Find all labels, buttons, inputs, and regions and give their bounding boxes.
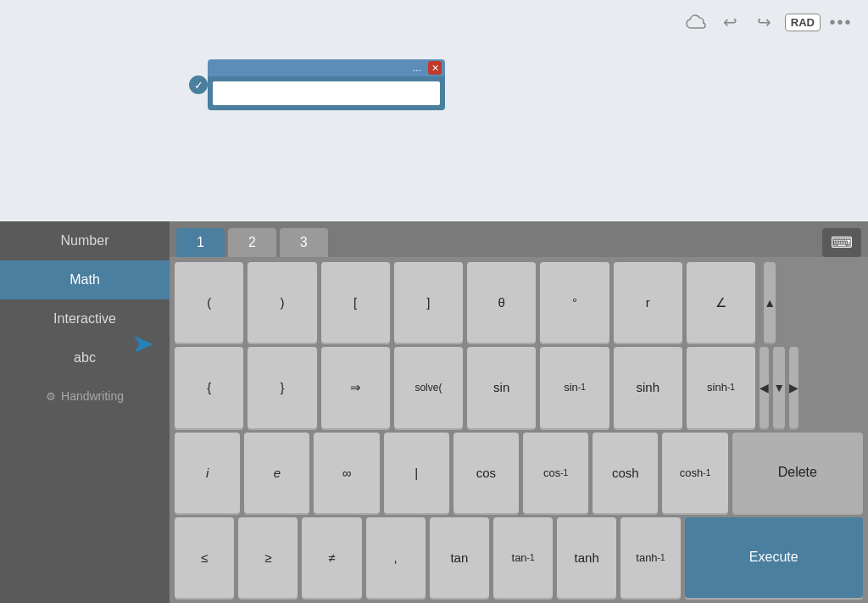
key-abs[interactable]: | — [384, 433, 449, 513]
key-sin-inv[interactable]: sin-1 — [540, 347, 609, 427]
key-cos[interactable]: cos — [453, 433, 519, 513]
key-sin[interactable]: sin — [467, 347, 536, 427]
key-close-bracket[interactable]: ] — [394, 262, 463, 343]
tab-2[interactable]: 2 — [228, 228, 276, 257]
widget-body — [208, 76, 445, 110]
key-leq[interactable]: ≤ — [175, 517, 234, 598]
keyboard-hide-btn[interactable]: ⌨ — [822, 228, 861, 257]
key-cosh-inv[interactable]: cosh-1 — [662, 433, 727, 513]
tab-1[interactable]: 1 — [176, 228, 225, 257]
key-row-4: ≤ ≥ ≠ , tan tan-1 tanh tanh-1 Execute — [175, 517, 863, 598]
key-imaginary[interactable]: i — [175, 433, 240, 513]
arrow-indicator: ➤ — [131, 330, 154, 357]
nav-up-btn[interactable]: ▲ — [764, 262, 776, 343]
key-row-3: i e ∞ | cos cos-1 cosh cosh-1 Delete — [175, 433, 863, 513]
key-sinh-inv[interactable]: sinh-1 — [687, 347, 755, 427]
cloud-icon[interactable] — [683, 8, 710, 36]
key-open-bracket[interactable]: [ — [321, 262, 390, 343]
key-sinh[interactable]: sinh — [614, 347, 682, 427]
keyboard-sidebar: Number Math Interactive abc ⚙ Handwritin… — [0, 221, 170, 603]
top-toolbar: ↩ ↪ RAD ••• — [670, 0, 868, 44]
key-theta[interactable]: θ — [467, 262, 536, 343]
input-widget: ✓ ... ✕ — [208, 59, 445, 110]
key-neq[interactable]: ≠ — [302, 517, 361, 598]
undo-icon[interactable]: ↩ — [717, 8, 744, 36]
key-infinity[interactable]: ∞ — [314, 433, 379, 513]
nav-group: ▲ — [760, 262, 863, 343]
math-input[interactable] — [213, 81, 440, 105]
sidebar-item-number[interactable]: Number — [0, 221, 170, 260]
keyboard-main: 1 2 3 ⌨ ( ) [ ] θ ° r ∠ ▲ — [170, 221, 868, 603]
tab-3[interactable]: 3 — [280, 228, 328, 257]
key-close-paren[interactable]: ) — [248, 262, 316, 343]
keyboard-keys: ( ) [ ] θ ° r ∠ ▲ { } ⇒ solve( — [170, 257, 868, 603]
keyboard-tabs: 1 2 3 ⌨ — [170, 221, 868, 257]
key-euler[interactable]: e — [244, 433, 309, 513]
execute-button[interactable]: Execute — [685, 517, 864, 598]
key-geq[interactable]: ≥ — [238, 517, 298, 598]
key-angle[interactable]: ∠ — [687, 262, 755, 343]
check-icon[interactable]: ✓ — [189, 75, 208, 94]
key-tan-inv[interactable]: tan-1 — [493, 517, 553, 598]
key-comma[interactable]: , — [366, 517, 426, 598]
key-solve[interactable]: solve( — [394, 347, 463, 427]
key-close-brace[interactable]: } — [248, 347, 316, 427]
key-row-1: ( ) [ ] θ ° r ∠ ▲ — [175, 262, 863, 343]
delete-button[interactable]: Delete — [732, 433, 863, 513]
key-tan[interactable]: tan — [430, 517, 489, 598]
more-icon[interactable]: ••• — [827, 8, 854, 36]
key-degree[interactable]: ° — [540, 262, 609, 343]
gear-icon: ⚙ — [46, 390, 56, 403]
nav-left-btn[interactable]: ◀ — [760, 347, 769, 427]
widget-header: ... ✕ — [208, 59, 445, 76]
nav-down-btn[interactable]: ▼ — [773, 347, 785, 427]
sidebar-item-math[interactable]: Math — [0, 260, 170, 299]
redo-icon[interactable]: ↪ — [751, 8, 778, 36]
widget-close-btn[interactable]: ✕ — [428, 61, 442, 75]
key-tanh[interactable]: tanh — [557, 517, 616, 598]
key-row-2: { } ⇒ solve( sin sin-1 sinh sinh-1 ◀ ▼ ▶ — [175, 347, 863, 427]
key-open-brace[interactable]: { — [175, 347, 243, 427]
nav-right-btn[interactable]: ▶ — [789, 347, 798, 427]
keyboard-panel: Number Math Interactive abc ⚙ Handwritin… — [0, 221, 868, 603]
key-tanh-inv[interactable]: tanh-1 — [620, 517, 680, 598]
key-implies[interactable]: ⇒ — [321, 347, 390, 427]
sidebar-item-handwriting[interactable]: ⚙ Handwriting — [0, 377, 170, 415]
key-cos-inv[interactable]: cos-1 — [523, 433, 588, 513]
key-r[interactable]: r — [614, 262, 682, 343]
rad-button[interactable]: RAD — [785, 14, 821, 31]
key-cosh[interactable]: cosh — [593, 433, 658, 513]
widget-more-btn[interactable]: ... — [409, 61, 425, 75]
key-open-paren[interactable]: ( — [175, 262, 243, 343]
